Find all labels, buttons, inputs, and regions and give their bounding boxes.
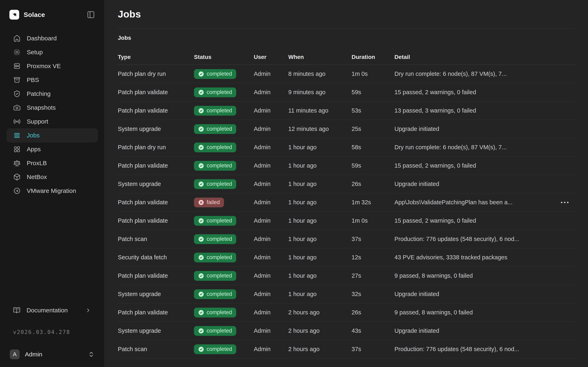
job-detail: 9 passed, 8 warnings, 0 failed [394, 309, 575, 316]
job-detail: App\Jobs\ValidatePatchingPlan has been a… [394, 199, 575, 206]
status-badge: completed [194, 87, 236, 97]
table-row[interactable]: Patch plan validate completed Admin 1 ho… [118, 212, 575, 230]
user-name: Admin [25, 351, 42, 358]
job-duration: 32s [352, 291, 394, 298]
job-when: 1 hour ago [288, 236, 352, 242]
sidebar-item-label: Proxmox VE [27, 63, 61, 69]
job-type: Patch plan validate [118, 162, 194, 169]
job-type: System upgrade [118, 327, 194, 334]
ellipsis-icon [560, 201, 569, 204]
table-row[interactable]: Patch plan dry run completed Admin 1 hou… [118, 138, 575, 157]
check-circle-icon [198, 89, 204, 95]
check-circle-icon [198, 108, 204, 114]
grid-icon [13, 146, 21, 153]
sidebar-item-label: Setup [27, 49, 43, 56]
sidebar-item-proxmox-ve[interactable]: Proxmox VE [7, 59, 98, 73]
job-duration: 26s [352, 181, 394, 187]
sidebar-item-patching[interactable]: Patching [7, 87, 98, 101]
job-when: 1 hour ago [288, 291, 352, 298]
job-user: Admin [254, 71, 288, 77]
status-badge: completed [194, 106, 236, 116]
table-row[interactable]: Security data fetch completed Admin 1 ho… [118, 248, 575, 267]
job-status-cell: completed [194, 142, 254, 152]
job-when: 8 minutes ago [288, 71, 352, 77]
status-label: completed [207, 162, 232, 169]
table-row[interactable]: System upgrade completed Admin 2 hours a… [118, 322, 575, 340]
chevrons-up-down-icon [88, 351, 95, 358]
job-status-cell: completed [194, 234, 254, 244]
table-row[interactable]: Patch plan validate completed Admin 1 ho… [118, 267, 575, 285]
table-row[interactable]: Patch plan dry run completed Admin 8 min… [118, 65, 575, 83]
job-type: Patch plan validate [118, 89, 194, 96]
sidebar-item-apps[interactable]: Apps [7, 142, 98, 156]
job-user: Admin [254, 181, 288, 187]
job-status-cell: failed [194, 198, 254, 207]
job-duration: 59s [352, 89, 394, 96]
camera-icon [13, 104, 21, 111]
check-circle-icon [198, 181, 204, 187]
status-badge: completed [194, 271, 236, 281]
sidebar-item-setup[interactable]: Setup [7, 45, 98, 59]
solace-bolt-icon [11, 12, 17, 18]
table-row[interactable]: Patch plan validate completed Admin 11 m… [118, 101, 575, 120]
job-status-cell: completed [194, 289, 254, 299]
status-badge: failed [194, 198, 224, 207]
job-user: Admin [254, 125, 288, 132]
table-row[interactable]: Patch plan validate completed Admin 9 mi… [118, 83, 575, 101]
job-duration: 26s [352, 309, 394, 316]
sidebar-item-jobs[interactable]: Jobs [7, 128, 98, 142]
table-row[interactable]: Patch scan completed Admin 1 hour ago 37… [118, 230, 575, 248]
job-user: Admin [254, 327, 288, 334]
server-icon [13, 62, 21, 70]
cube-icon [13, 173, 21, 181]
app-header: Solace [0, 0, 104, 29]
table-row[interactable]: Patch plan validate completed Admin 2 ho… [118, 303, 575, 322]
panel-left-icon [87, 11, 95, 19]
job-status-cell: completed [194, 179, 254, 189]
job-when: 11 minutes ago [288, 107, 352, 114]
status-badge: completed [194, 161, 236, 171]
column-header-detail: Detail [394, 54, 575, 60]
job-user: Admin [254, 254, 288, 261]
sidebar-item-vmware-migration[interactable]: VMware Migration [7, 184, 98, 198]
status-badge: completed [194, 234, 236, 244]
job-when: 9 minutes ago [288, 89, 352, 96]
status-label: completed [207, 309, 232, 316]
user-menu[interactable]: A Admin [7, 350, 98, 359]
job-status-cell: completed [194, 271, 254, 281]
job-when: 1 hour ago [288, 181, 352, 187]
status-badge: completed [194, 344, 236, 354]
table-row[interactable]: System upgrade completed Admin 1 hour ag… [118, 285, 575, 303]
table-row[interactable]: Patch plan validate failed Admin 1 hour … [118, 193, 575, 212]
check-circle-icon [198, 126, 204, 132]
app-logo [9, 10, 19, 20]
table-row[interactable]: Patch scan completed Admin 2 hours ago 3… [118, 340, 575, 359]
column-header-type: Type [118, 54, 194, 60]
sidebar-item-label: Support [27, 118, 48, 125]
sidebar-item-snapshots[interactable]: Snapshots [7, 101, 98, 115]
column-header-user: User [254, 54, 288, 60]
job-type: System upgrade [118, 125, 194, 132]
job-status-cell: completed [194, 253, 254, 262]
table-row[interactable]: System upgrade completed Admin 12 minute… [118, 120, 575, 138]
sidebar-item-documentation[interactable]: Documentation [7, 303, 98, 317]
table-row[interactable]: System upgrade completed Admin 1 hour ag… [118, 175, 575, 193]
sidebar-item-netbox[interactable]: NetBox [7, 170, 98, 184]
job-duration: 59s [352, 162, 394, 169]
status-label: completed [207, 217, 232, 224]
sidebar-collapse-button[interactable] [87, 11, 95, 19]
table-row[interactable]: Patch plan validate completed Admin 1 ho… [118, 157, 575, 175]
job-type: Patch plan dry run [118, 71, 194, 77]
job-type: System upgrade [118, 291, 194, 298]
sidebar-item-support[interactable]: Support [7, 115, 98, 128]
job-duration: 43s [352, 327, 394, 334]
sidebar-nav: Dashboard Setup Proxmox VE PBS Patching … [0, 29, 104, 198]
sidebar-item-dashboard[interactable]: Dashboard [7, 31, 98, 45]
app-name: Solace [24, 11, 45, 18]
sidebar-item-pbs[interactable]: PBS [7, 73, 98, 87]
sidebar-item-proxlb[interactable]: ProxLB [7, 156, 98, 170]
job-when: 1 hour ago [288, 162, 352, 169]
job-user: Admin [254, 272, 288, 279]
row-menu-button[interactable] [558, 199, 571, 206]
job-detail: 13 passed, 3 warnings, 0 failed [394, 107, 575, 114]
